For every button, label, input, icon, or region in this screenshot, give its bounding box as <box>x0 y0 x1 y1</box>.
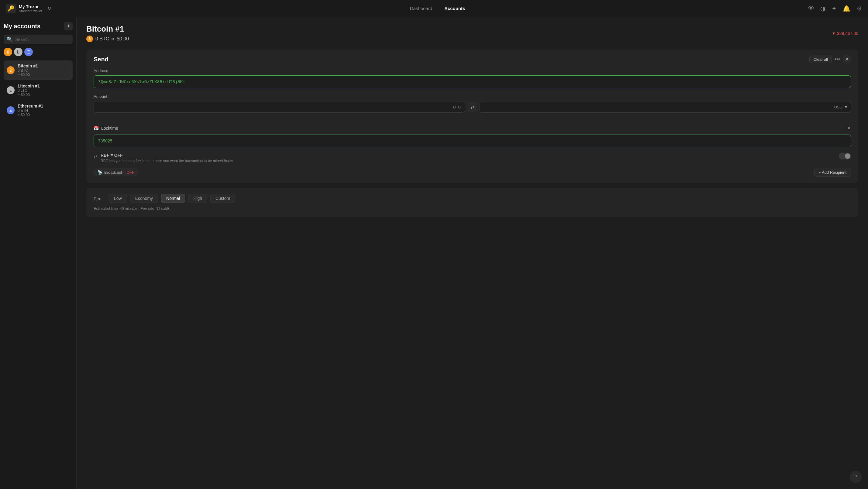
add-recipient-button[interactable]: + Add Recipient <box>814 168 851 177</box>
bottom-actions: 📡 Broadcast = OFF + Add Recipient <box>94 168 851 177</box>
send-body: Address Amount BTC ⇄ USD <box>86 68 858 183</box>
address-label: Address <box>94 68 851 73</box>
more-options-button[interactable]: ••• <box>834 56 840 63</box>
estimated-time-label: Estimated time <box>94 206 118 211</box>
swap-currency-button[interactable]: ⇄ <box>467 102 477 112</box>
fee-option-high[interactable]: High <box>188 194 207 203</box>
brand-name: My Trezor <box>19 4 42 9</box>
form-divider <box>94 119 851 119</box>
account-header-left: Bitcoin #1 ₿ 0 BTC ≈ $0.00 <box>86 24 129 42</box>
nav-accounts[interactable]: Accounts <box>444 6 465 11</box>
rbf-label: RBF = OFF <box>101 153 234 158</box>
bell-icon[interactable]: 🔔 <box>843 5 850 12</box>
usd-amount-input[interactable] <box>484 104 834 109</box>
close-send-button[interactable]: ✕ <box>842 55 851 63</box>
fee-row: Fee Low Economy Normal High Custom <box>94 194 851 203</box>
fee-option-normal[interactable]: Normal <box>161 194 185 203</box>
ltc-coin-icon: Ł <box>7 86 14 94</box>
help-button[interactable]: ? <box>850 471 862 483</box>
rbf-text: RBF = OFF RBF lets you bump a fee later,… <box>101 153 234 163</box>
refresh-button[interactable]: ↻ <box>48 5 51 11</box>
add-account-button[interactable]: + <box>64 22 73 30</box>
app-header: 🔑 My Trezor Standard wallet ↻ Dashboard … <box>0 0 868 17</box>
ltc-filter-button[interactable]: Ł <box>14 48 23 56</box>
brand-subtitle: Standard wallet <box>19 9 42 13</box>
search-box: 🔍 <box>4 35 73 44</box>
account-item-litecoin1[interactable]: Ł Litecoin #1 0 LTC ≈ $0.00 <box>4 80 73 100</box>
contrast-icon[interactable]: ◑ <box>820 5 826 12</box>
main-content: Bitcoin #1 ₿ 0 BTC ≈ $0.00 ▼ $39,467.00 … <box>76 17 868 489</box>
fee-card: Fee Low Economy Normal High Custom Estim… <box>86 188 858 217</box>
rbf-toggle[interactable] <box>839 153 851 159</box>
btc-filter-button[interactable]: ₿ <box>4 48 12 56</box>
fee-rate-label: Fee rate <box>141 206 154 211</box>
fee-option-low[interactable]: Low <box>109 194 127 203</box>
account-name-ethereum1: Ethereum #1 <box>18 104 70 108</box>
currency-dropdown-button[interactable]: ▾ <box>845 104 847 109</box>
coin-filters: ₿ Ł Ξ <box>4 48 73 56</box>
account-btc-icon: ₿ <box>86 36 93 42</box>
account-item-ethereum1[interactable]: Ξ Ethereum #1 0 ETH ≈ $0.00 <box>4 101 73 120</box>
fee-info: Estimated time 40 minutes Fee rate 12 sa… <box>94 206 851 211</box>
amount-row: BTC ⇄ USD ▾ <box>94 101 851 113</box>
sidebar: My accounts + 🔍 ₿ Ł Ξ ₿ Bitcoin #1 0 BTC… <box>0 17 76 489</box>
brand-text: My Trezor Standard wallet <box>19 4 42 13</box>
btc-amount-input[interactable] <box>98 104 453 109</box>
locktime-label: 📅 Locktime <box>94 126 118 131</box>
main-layout: My accounts + 🔍 ₿ Ł Ξ ₿ Bitcoin #1 0 BTC… <box>0 17 868 489</box>
account-balance-litecoin1: 0 LTC ≈ $0.00 <box>18 88 70 97</box>
amount-label: Amount <box>94 94 851 99</box>
broadcast-badge[interactable]: 📡 Broadcast = OFF <box>94 169 138 176</box>
send-header: Send Clear all ••• ✕ <box>86 50 858 68</box>
rbf-info: ⇄ RBF = OFF RBF lets you bump a fee late… <box>94 153 234 163</box>
locktime-icon: 📅 <box>94 126 99 131</box>
account-item-bitcoin1[interactable]: ₿ Bitcoin #1 0 BTC ≈ $0.00 <box>4 60 73 80</box>
account-btc-balance: ₿ 0 BTC ≈ $0.00 <box>86 36 129 42</box>
broadcast-label: Broadcast = OFF <box>104 170 134 175</box>
eth-coin-icon: Ξ <box>7 106 14 114</box>
clear-all-button[interactable]: Clear all <box>809 56 832 63</box>
account-name-bitcoin1: Bitcoin #1 <box>18 63 70 68</box>
broadcast-icon: 📡 <box>98 170 102 175</box>
account-info-bitcoin1: Bitcoin #1 0 BTC ≈ $0.00 <box>18 63 70 77</box>
send-card: Send Clear all ••• ✕ Address Amount <box>86 50 858 183</box>
locktime-input[interactable] <box>94 135 851 147</box>
account-balance-bitcoin1: 0 BTC ≈ $0.00 <box>18 68 70 77</box>
locktime-close-button[interactable]: ✕ <box>847 125 851 131</box>
sidebar-title: My accounts <box>4 23 40 30</box>
brand-section: 🔑 My Trezor Standard wallet ↻ <box>6 4 67 13</box>
btc-currency-label: BTC <box>453 105 461 109</box>
header-nav: Dashboard Accounts <box>67 6 808 11</box>
account-name-litecoin1: Litecoin #1 <box>18 84 70 88</box>
account-info-ethereum1: Ethereum #1 0 ETH ≈ $0.00 <box>18 104 70 117</box>
fee-option-custom[interactable]: Custom <box>210 194 235 203</box>
gear-icon[interactable]: ⚙ <box>857 5 862 12</box>
locktime-header: 📅 Locktime ✕ <box>94 125 851 131</box>
btc-amount-wrap: BTC <box>94 101 465 113</box>
account-header-title: Bitcoin #1 <box>86 24 129 34</box>
header-actions: 👁 ◑ ✦ 🔔 ⚙ <box>808 5 862 12</box>
usd-currency-label: USD <box>834 105 842 109</box>
brand-logo-icon: 🔑 <box>6 4 16 13</box>
price-down-icon: ▼ $39,467.00 <box>832 31 858 36</box>
usd-amount-wrap: USD ▾ <box>479 101 851 113</box>
sidebar-header: My accounts + <box>4 22 73 30</box>
address-group: Address <box>94 68 851 88</box>
rbf-description: RBF lets you bump a fee later, in case y… <box>101 159 234 163</box>
eye-icon[interactable]: 👁 <box>808 5 814 12</box>
account-balance-ethereum1: 0 ETH ≈ $0.00 <box>18 108 70 117</box>
rbf-row: ⇄ RBF = OFF RBF lets you bump a fee late… <box>94 153 851 163</box>
account-header: Bitcoin #1 ₿ 0 BTC ≈ $0.00 ▼ $39,467.00 <box>86 24 858 42</box>
eth-filter-button[interactable]: Ξ <box>24 48 33 56</box>
fee-label: Fee <box>94 196 106 201</box>
account-info-litecoin1: Litecoin #1 0 LTC ≈ $0.00 <box>18 84 70 97</box>
nav-dashboard[interactable]: Dashboard <box>410 6 432 11</box>
search-input[interactable] <box>15 37 70 42</box>
amount-group: Amount BTC ⇄ USD ▾ <box>94 94 851 113</box>
fee-option-economy[interactable]: Economy <box>130 194 158 203</box>
address-input[interactable] <box>94 75 851 88</box>
send-actions: Clear all ••• ✕ <box>809 55 851 63</box>
send-title: Send <box>94 56 108 63</box>
search-icon: 🔍 <box>7 36 13 42</box>
star-icon[interactable]: ✦ <box>832 5 837 12</box>
